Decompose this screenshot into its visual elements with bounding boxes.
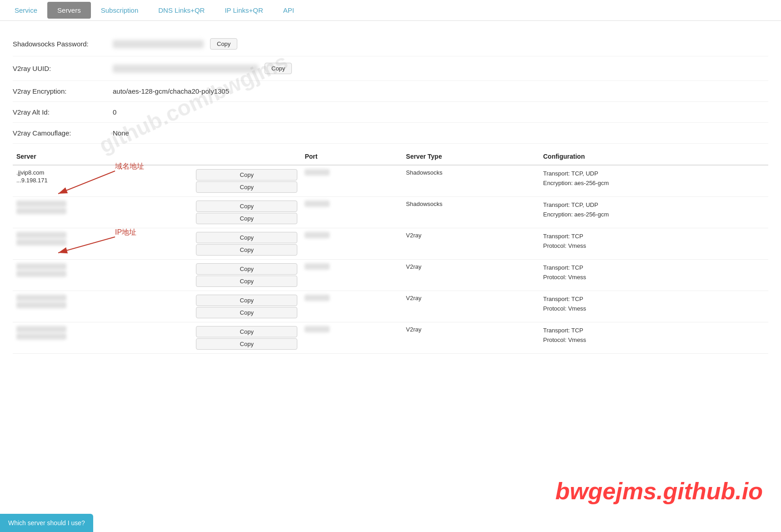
server-blurred-2b xyxy=(16,208,66,214)
copy-buttons-6: Copy Copy xyxy=(192,322,301,354)
copy-buttons-3: Copy Copy xyxy=(192,228,301,260)
port-cell-4 xyxy=(301,260,402,291)
server-domain-copy-button[interactable]: Copy xyxy=(196,169,297,181)
copy-btn-3a[interactable]: Copy xyxy=(196,232,297,243)
server-addresses-4 xyxy=(13,260,192,291)
server-addr-4b xyxy=(16,271,189,277)
config-2: Transport: TCP, UDPEncryption: aes-256-g… xyxy=(540,197,768,228)
server-addresses: .jjvip8.com ...9.198.171 xyxy=(13,165,192,197)
server-addresses-2 xyxy=(13,197,192,228)
port-blurred-4 xyxy=(305,263,330,270)
config-cell: Transport: TCP, UDPEncryption: aes-256-g… xyxy=(540,165,768,197)
server-type-3: V2ray xyxy=(402,228,540,260)
server-type-2: Shadowsocks xyxy=(402,197,540,228)
copy-btn-2b[interactable]: Copy xyxy=(196,213,297,224)
server-addresses-5 xyxy=(13,291,192,322)
v2ray-camouflage-text: None xyxy=(113,129,129,137)
config-text: Transport: TCP, UDPEncryption: aes-256-g… xyxy=(543,169,765,188)
shadowsocks-password-label: Shadowsocks Password: xyxy=(13,40,113,48)
server-addr-2a xyxy=(16,201,189,207)
server-addr-2b xyxy=(16,208,189,214)
copy-btn-4a[interactable]: Copy xyxy=(196,263,297,275)
server-addr-6b xyxy=(16,333,189,340)
config-text-4: Transport: TCPProtocol: Vmess xyxy=(543,263,765,282)
server-blurred-3b xyxy=(16,239,66,246)
col-port: Port xyxy=(301,148,402,165)
server-type-4: V2ray xyxy=(402,260,540,291)
tab-servers[interactable]: Servers xyxy=(47,2,91,19)
v2ray-uuid-blurred xyxy=(113,65,258,73)
copy-buttons-4: Copy Copy xyxy=(192,260,301,291)
port-blurred-5 xyxy=(305,295,330,301)
port-cell-6 xyxy=(301,322,402,354)
server-ip-copy-button[interactable]: Copy xyxy=(196,181,297,193)
v2ray-camouflage-value: None xyxy=(113,129,768,137)
v2ray-uuid-label: V2ray UUID: xyxy=(13,65,113,72)
copy-btn-5a[interactable]: Copy xyxy=(196,295,297,306)
col-copy xyxy=(192,148,301,165)
v2ray-uuid-copy-button[interactable]: Copy xyxy=(265,63,292,74)
server-addresses-3 xyxy=(13,228,192,260)
tab-ip-links[interactable]: IP Links+QR xyxy=(215,0,273,20)
port-blurred-2 xyxy=(305,201,330,207)
port-blurred xyxy=(305,169,330,176)
v2ray-uuid-row: V2ray UUID: Copy xyxy=(13,56,768,81)
copy-btn-5b[interactable]: Copy xyxy=(196,307,297,318)
tab-service[interactable]: Service xyxy=(5,0,47,20)
config-5: Transport: TCPProtocol: Vmess xyxy=(540,291,768,322)
table-row: .jjvip8.com ...9.198.171 Copy Copy xyxy=(13,165,768,197)
copy-buttons-5: Copy Copy xyxy=(192,291,301,322)
v2ray-altid-text: 0 xyxy=(113,108,116,116)
server-section: 域名地址 IP地址 Server Port Server Type xyxy=(13,148,768,354)
server-domain-addr: .jjvip8.com xyxy=(16,169,189,176)
copy-btn-4b[interactable]: Copy xyxy=(196,276,297,287)
server-ip-addr: ...9.198.171 xyxy=(16,177,189,184)
shadowsocks-password-blurred xyxy=(113,40,204,48)
server-type-5: V2ray xyxy=(402,291,540,322)
v2ray-altid-label: V2ray Alt Id: xyxy=(13,108,113,116)
content-area: Shadowsocks Password: Copy V2ray UUID: C… xyxy=(0,21,781,365)
server-addr-3a xyxy=(16,232,189,238)
v2ray-encryption-text: auto/aes-128-gcm/chacha20-poly1305 xyxy=(113,87,229,95)
port-blurred-3 xyxy=(305,232,330,238)
config-text-6: Transport: TCPProtocol: Vmess xyxy=(543,326,765,345)
server-addr-5b xyxy=(16,302,189,308)
copy-btn-2a[interactable]: Copy xyxy=(196,201,297,212)
config-4: Transport: TCPProtocol: Vmess xyxy=(540,260,768,291)
table-row: Copy Copy V2ray Transport: TCPProtocol: … xyxy=(13,260,768,291)
config-text-2: Transport: TCP, UDPEncryption: aes-256-g… xyxy=(543,201,765,220)
server-domain-text: .jjvip8.com xyxy=(16,169,44,176)
config-6: Transport: TCPProtocol: Vmess xyxy=(540,322,768,354)
copy-btn-3b[interactable]: Copy xyxy=(196,244,297,256)
tab-subscription[interactable]: Subscription xyxy=(91,0,149,20)
server-blurred-4a xyxy=(16,263,66,270)
server-copy-buttons: Copy Copy xyxy=(192,165,301,197)
table-row: Copy Copy V2ray Transport: TCPProtocol: … xyxy=(13,322,768,354)
server-blurred-2a xyxy=(16,201,66,207)
copy-buttons-2: Copy Copy xyxy=(192,197,301,228)
shadowsocks-password-value: Copy xyxy=(113,38,768,50)
port-cell xyxy=(301,165,402,197)
server-addr-5a xyxy=(16,295,189,301)
tab-api[interactable]: API xyxy=(273,0,304,20)
port-cell-3 xyxy=(301,228,402,260)
server-table: Server Port Server Type Configuration .j… xyxy=(13,148,768,354)
v2ray-altid-row: V2ray Alt Id: 0 xyxy=(13,102,768,123)
server-ip-text: ...9.198.171 xyxy=(16,177,48,184)
v2ray-altid-value: 0 xyxy=(113,108,768,116)
table-row: Copy Copy V2ray Transport: TCPProtocol: … xyxy=(13,291,768,322)
server-blurred-4b xyxy=(16,271,66,277)
tab-dns-links[interactable]: DNS Links+QR xyxy=(148,0,215,20)
table-header-row: Server Port Server Type Configuration xyxy=(13,148,768,165)
server-blurred-6a xyxy=(16,326,66,332)
copy-btn-6a[interactable]: Copy xyxy=(196,326,297,337)
server-addresses-6 xyxy=(13,322,192,354)
copy-btn-6b[interactable]: Copy xyxy=(196,338,297,350)
shadowsocks-password-copy-button[interactable]: Copy xyxy=(210,38,237,50)
server-blurred-5b xyxy=(16,302,66,308)
config-3: Transport: TCPProtocol: Vmess xyxy=(540,228,768,260)
v2ray-camouflage-row: V2ray Camouflage: None xyxy=(13,123,768,144)
v2ray-uuid-value: Copy xyxy=(113,63,768,74)
port-blurred-6 xyxy=(305,326,330,332)
v2ray-encryption-value: auto/aes-128-gcm/chacha20-poly1305 xyxy=(113,87,768,95)
